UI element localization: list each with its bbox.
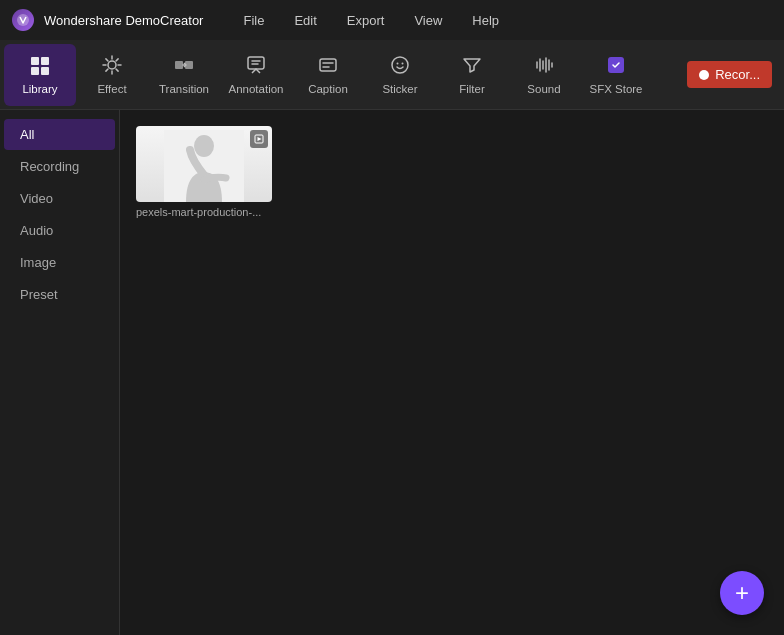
sound-icon [533, 54, 555, 79]
sfx-store-icon [605, 54, 627, 79]
toolbar-sfx-store[interactable]: SFX Store [580, 44, 652, 106]
svg-rect-4 [41, 67, 49, 75]
svg-point-19 [194, 135, 214, 157]
media-label: pexels-mart-production-... [136, 206, 272, 218]
svg-point-16 [402, 63, 404, 65]
svg-point-15 [397, 63, 399, 65]
annotation-icon [245, 54, 267, 79]
toolbar-transition-label: Transition [159, 83, 209, 95]
add-media-fab[interactable]: + [720, 571, 764, 615]
menu-help[interactable]: Help [462, 9, 509, 32]
toolbar-sound-label: Sound [527, 83, 560, 95]
toolbar-sticker[interactable]: Sticker [364, 44, 436, 106]
title-bar: Wondershare DemoCreator File Edit Export… [0, 0, 784, 40]
menu-view[interactable]: View [404, 9, 452, 32]
svg-rect-3 [31, 67, 39, 75]
toolbar-library-label: Library [22, 83, 57, 95]
toolbar-sound[interactable]: Sound [508, 44, 580, 106]
sidebar-item-image[interactable]: Image [4, 247, 115, 278]
toolbar-caption[interactable]: Caption [292, 44, 364, 106]
effect-icon [101, 54, 123, 79]
fab-plus-icon: + [735, 579, 749, 607]
toolbar-filter-label: Filter [459, 83, 485, 95]
toolbar-filter[interactable]: Filter [436, 44, 508, 106]
toolbar-effect-label: Effect [97, 83, 126, 95]
svg-rect-11 [320, 59, 336, 71]
main-area: All Recording Video Audio Image Preset [0, 110, 784, 635]
filter-icon [461, 54, 483, 79]
toolbar-effect[interactable]: Effect [76, 44, 148, 106]
media-type-icon [250, 130, 268, 148]
svg-point-14 [392, 57, 408, 73]
menu-file[interactable]: File [233, 9, 274, 32]
media-card[interactable]: pexels-mart-production-... [136, 126, 272, 218]
svg-rect-1 [31, 57, 39, 65]
svg-rect-6 [175, 61, 183, 69]
app-logo [12, 9, 34, 31]
toolbar-annotation[interactable]: Annotation [220, 44, 292, 106]
svg-rect-2 [41, 57, 49, 65]
sticker-icon [389, 54, 411, 79]
sidebar-item-audio[interactable]: Audio [4, 215, 115, 246]
sidebar-item-recording[interactable]: Recording [4, 151, 115, 182]
sidebar-item-preset[interactable]: Preset [4, 279, 115, 310]
library-icon [29, 54, 51, 79]
toolbar-caption-label: Caption [308, 83, 348, 95]
svg-point-0 [17, 14, 29, 26]
toolbar-annotation-label: Annotation [229, 83, 284, 95]
record-button[interactable]: Recor... [687, 61, 772, 88]
sidebar-item-video[interactable]: Video [4, 183, 115, 214]
svg-rect-8 [248, 57, 264, 69]
toolbar-library[interactable]: Library [4, 44, 76, 106]
content-area: pexels-mart-production-... + [120, 110, 784, 635]
record-label: Recor... [715, 67, 760, 82]
svg-point-5 [108, 61, 116, 69]
menu-edit[interactable]: Edit [284, 9, 326, 32]
app-title: Wondershare DemoCreator [44, 13, 203, 28]
sidebar-item-all[interactable]: All [4, 119, 115, 150]
media-thumbnail [136, 126, 272, 202]
record-dot [699, 70, 709, 80]
toolbar-transition[interactable]: Transition [148, 44, 220, 106]
toolbar-sticker-label: Sticker [382, 83, 417, 95]
menu-export[interactable]: Export [337, 9, 395, 32]
caption-icon [317, 54, 339, 79]
sidebar: All Recording Video Audio Image Preset [0, 110, 120, 635]
transition-icon [173, 54, 195, 79]
toolbar: Library Effect Transition [0, 40, 784, 110]
toolbar-sfx-store-label: SFX Store [589, 83, 642, 95]
